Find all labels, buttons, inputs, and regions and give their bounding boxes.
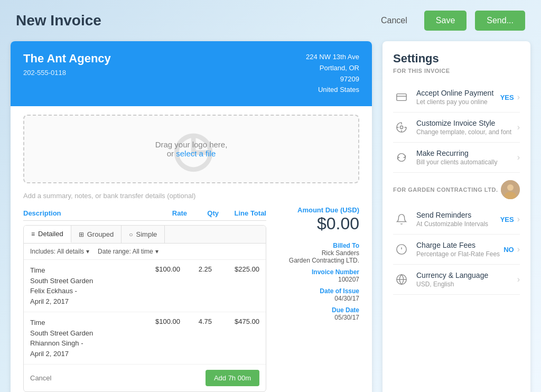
settings-item-reminders[interactable]: Send Reminders At Customizable Intervals… — [393, 204, 520, 235]
reminders-title: Send Reminders — [416, 211, 500, 219]
style-icon — [393, 119, 410, 136]
recurring-sub: Bill your clients automatically — [416, 158, 517, 166]
date-issue-label: Date of Issue — [275, 287, 359, 295]
line-item-1-rate: $100.00 — [127, 265, 180, 273]
company-name: The Ant Agency — [23, 52, 111, 66]
add-time-button[interactable]: Add 7h 00m — [206, 370, 259, 386]
invoice-number-section: Invoice Number 100207 — [275, 268, 359, 283]
reminders-value: YES — [500, 216, 514, 223]
settings-item-currency[interactable]: Currency & Language USD, English › — [393, 265, 520, 295]
simple-icon: ○ — [129, 231, 133, 238]
logo-drop-text: Drag your logo here, or select a file — [155, 140, 228, 158]
late-fees-icon — [393, 241, 410, 258]
filter-date[interactable]: Date range: All time ▾ — [98, 248, 158, 255]
late-fees-title: Charge Late Fees — [416, 241, 503, 249]
filter-includes[interactable]: Includes: All details ▾ — [30, 248, 89, 255]
settings-title: Settings — [393, 52, 520, 66]
date-issue-section: Date of Issue 04/30/17 — [275, 287, 359, 302]
th-description: Description — [23, 209, 134, 217]
line-items-container: ≡ Detailed ⊞ Grouped ○ Simple — [23, 225, 266, 392]
invoice-style-title: Customize Invoice Style — [416, 119, 517, 127]
filter-includes-label: Includes: All details — [30, 248, 84, 255]
late-fees-sub: Percentage or Flat-Rate Fees — [416, 250, 503, 258]
invoice-content-grid: Description Rate Qty Line Total ≡ Detail… — [23, 206, 359, 392]
tab-simple[interactable]: ○ Simple — [122, 226, 165, 243]
amount-value: $0.00 — [275, 214, 359, 234]
settings-item-recurring[interactable]: Make Recurring Bill your clients automat… — [393, 143, 520, 173]
line-item-1-qty: 2.25 — [180, 265, 212, 273]
date-issue: 04/30/17 — [334, 295, 359, 302]
cancel-lineitems-button[interactable]: Cancel — [30, 374, 51, 382]
late-fees-value: NO — [503, 246, 514, 254]
main-layout: The Ant Agency 202-555-0118 224 NW 13th … — [0, 41, 541, 392]
table-row: TimeSouth Street GardenRhiannon Singh -A… — [24, 312, 266, 365]
th-total: Line Total — [219, 209, 266, 217]
client-avatar — [501, 180, 520, 199]
th-rate: Rate — [134, 209, 187, 217]
select-file-link[interactable]: select a file — [176, 149, 216, 158]
invoice-number-label: Invoice Number — [275, 268, 359, 276]
billed-to-company: Garden Contracting LTD. — [289, 257, 359, 264]
currency-content: Currency & Language USD, English — [416, 271, 517, 288]
currency-title: Currency & Language — [416, 271, 517, 279]
notes-placeholder: Add a summary, notes, or bank transfer d… — [23, 192, 195, 200]
invoice-header: The Ant Agency 202-555-0118 224 NW 13th … — [11, 41, 372, 106]
tab-detailed[interactable]: ≡ Detailed — [24, 226, 71, 243]
recurring-chevron: › — [517, 153, 520, 162]
table-headers: Description Rate Qty Line Total — [23, 206, 266, 221]
line-item-1-desc: TimeSouth Street GardenFelix Eckhaus -Ap… — [30, 265, 127, 306]
due-date-section: Due Date 05/30/17 — [275, 306, 359, 321]
amount-label: Amount Due (USD) — [275, 206, 359, 214]
online-payment-value: YES — [500, 94, 514, 101]
settings-panel: Settings FOR THIS INVOICE Accept Online … — [383, 41, 530, 392]
recurring-title: Make Recurring — [416, 149, 517, 157]
cancel-button[interactable]: Cancel — [372, 12, 416, 30]
invoice-style-sub: Change template, colour, and font — [416, 128, 517, 136]
line-item-2-rate: $100.00 — [127, 318, 180, 325]
online-payment-title: Accept Online Payment — [416, 89, 500, 97]
currency-sub: USD, English — [416, 281, 517, 288]
line-item-tabs: ≡ Detailed ⊞ Grouped ○ Simple — [24, 226, 266, 244]
address-line1: 224 NW 13th Ave — [306, 52, 359, 63]
settings-item-late-fees[interactable]: Charge Late Fees Percentage or Flat-Rate… — [393, 235, 520, 265]
notes-area[interactable]: Add a summary, notes, or bank transfer d… — [23, 192, 359, 200]
logo-drop-area[interactable]: Drag your logo here, or select a file ◷ — [23, 115, 359, 183]
online-payment-chevron: › — [517, 92, 520, 102]
tab-grouped-label: Grouped — [87, 230, 114, 238]
svg-point-4 — [507, 184, 514, 191]
invoice-meta: Billed To Rick Sanders Garden Contractin… — [275, 242, 359, 321]
send-button[interactable]: Send... — [475, 11, 525, 31]
filter-includes-chevron: ▾ — [86, 248, 89, 255]
line-item-2-total: $475.00 — [212, 318, 259, 325]
company-address: 224 NW 13th Ave Portland, OR 97209 Unite… — [306, 52, 359, 96]
right-col: Amount Due (USD) $0.00 Billed To Rick Sa… — [275, 206, 359, 392]
save-button[interactable]: Save — [424, 11, 467, 31]
late-fees-content: Charge Late Fees Percentage or Flat-Rate… — [416, 241, 503, 258]
online-payment-sub: Let clients pay you online — [416, 98, 500, 106]
reminders-sub: At Customizable Intervals — [416, 220, 500, 228]
tab-grouped[interactable]: ⊞ Grouped — [71, 226, 122, 243]
tab-simple-label: Simple — [136, 230, 157, 238]
invoice-body: Drag your logo here, or select a file ◷ … — [11, 106, 372, 392]
drag-text: Drag your logo here, — [155, 140, 228, 149]
left-col: Description Rate Qty Line Total ≡ Detail… — [23, 206, 266, 392]
late-fees-chevron: › — [517, 245, 520, 254]
invoice-style-chevron: › — [517, 123, 520, 132]
client-section-divider: FOR GARDEN CONTRACTING LTD. — [393, 173, 520, 204]
th-qty: Qty — [187, 209, 219, 217]
due-date-label: Due Date — [275, 306, 359, 314]
invoice-area: The Ant Agency 202-555-0118 224 NW 13th … — [11, 41, 372, 392]
detailed-icon: ≡ — [31, 230, 35, 238]
billed-to-label: Billed To — [275, 242, 359, 249]
settings-item-invoice-style[interactable]: Customize Invoice Style Change template,… — [393, 113, 520, 143]
line-item-2-qty: 4.75 — [180, 318, 212, 325]
tab-detailed-label: Detailed — [38, 230, 63, 238]
filter-date-label: Date range: All time — [98, 248, 153, 255]
page-title: New Invoice — [16, 12, 364, 29]
filter-row: Includes: All details ▾ Date range: All … — [24, 244, 266, 260]
filter-date-chevron: ▾ — [155, 248, 158, 255]
payment-icon — [393, 89, 410, 106]
grouped-icon: ⊞ — [79, 231, 84, 238]
amount-section: Amount Due (USD) $0.00 — [275, 206, 359, 234]
settings-item-online-payment[interactable]: Accept Online Payment Let clients pay yo… — [393, 82, 520, 113]
